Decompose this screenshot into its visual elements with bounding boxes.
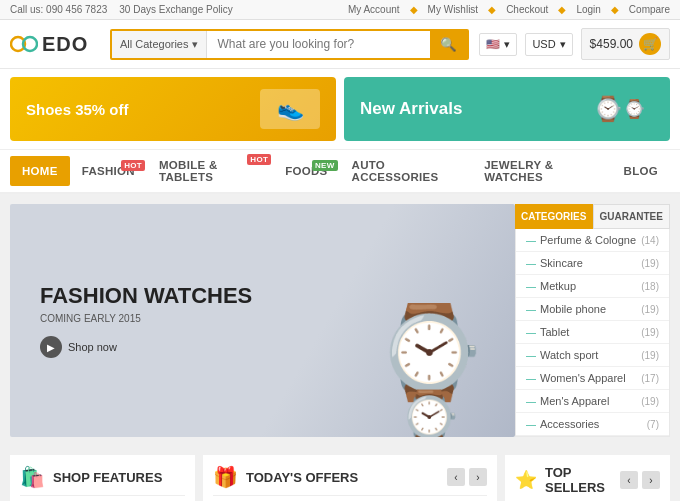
header: EDO All Categories ▾ 🔍 🇺🇸 ▾ USD ▾ $459.0…: [0, 20, 680, 69]
offers-header: 🎁 TODAY'S OFFERS ‹ ›: [213, 465, 487, 496]
new-badge: NEW: [312, 160, 338, 171]
sidebar-item-tablet[interactable]: —Tablet(19): [516, 321, 669, 344]
offers-next-button[interactable]: ›: [469, 468, 487, 486]
banner-shoes-text: Shoes 35% off: [26, 101, 129, 118]
compare-link[interactable]: Compare: [629, 4, 670, 15]
hero-shop-now-button[interactable]: ▶ Shop now: [40, 336, 117, 358]
cart-amount: $459.00: [590, 37, 633, 51]
play-icon: ▶: [40, 336, 62, 358]
star-icon: ⭐: [515, 469, 537, 491]
sellers-next-button[interactable]: ›: [642, 471, 660, 489]
offers-prev-button[interactable]: ‹: [447, 468, 465, 486]
nav-item-fashion[interactable]: FASHION HOT: [70, 156, 147, 186]
search-bar: All Categories ▾ 🔍: [110, 29, 469, 60]
tab-guarantee[interactable]: GUARANTEE: [593, 204, 671, 229]
top-bar: Call us: 090 456 7823 30 Days Exchange P…: [0, 0, 680, 20]
sidebar-item-mobile[interactable]: —Mobile phone(19): [516, 298, 669, 321]
top-bar-right: My Account ◆ My Wishlist ◆ Checkout ◆ Lo…: [348, 4, 670, 15]
search-icon: 🔍: [440, 37, 457, 52]
my-account-link[interactable]: My Account: [348, 4, 400, 15]
nav-item-blog[interactable]: BLOG: [612, 156, 670, 186]
hero-title: FASHION WATCHES: [40, 283, 252, 309]
cart-box[interactable]: $459.00 🛒: [581, 28, 670, 60]
policy-info: 30 Days Exchange Policy: [119, 4, 232, 15]
sellers-navigation: ‹ ›: [620, 471, 660, 489]
search-input[interactable]: [207, 31, 430, 58]
flag-icon: 🇺🇸: [486, 38, 500, 51]
sidebar-item-perfume[interactable]: —Perfume & Cologne(14): [516, 229, 669, 252]
chevron-down-icon: ▾: [192, 38, 198, 51]
currency-label: USD: [532, 38, 555, 50]
sellers-prev-button[interactable]: ‹: [620, 471, 638, 489]
nav-item-home[interactable]: HOME: [10, 156, 70, 186]
sidebar-tabs: CATEGORIES GUARANTEE: [515, 204, 670, 229]
chevron-down-icon: ▾: [504, 38, 510, 51]
top-sellers-title: TOP SELLERS: [545, 465, 620, 495]
flag-selector[interactable]: 🇺🇸 ▾: [479, 33, 517, 56]
my-wishlist-link[interactable]: My Wishlist: [428, 4, 479, 15]
sidebar-list: —Perfume & Cologne(14) —Skincare(19) —Me…: [515, 229, 670, 437]
navigation: HOME FASHION HOT MOBILE & TABLETS HOT FO…: [0, 149, 680, 194]
shop-features-title: SHOP FEATURES: [53, 470, 162, 485]
chevron-down-icon: ▾: [560, 38, 566, 51]
hero-banner: FASHION WATCHES COMING EARLY 2015 ▶ Shop…: [10, 204, 515, 437]
sidebar-item-accessories[interactable]: —Accessories(7): [516, 413, 669, 436]
banner-arrivals[interactable]: New Arrivals ⌚ ⌚: [344, 77, 670, 141]
shop-features: 🛍️ SHOP FEATURES UP TO 45% OFF 👗 HOT ITE…: [10, 455, 195, 501]
hero-watch-image: ⌚ ⌚: [373, 307, 485, 437]
login-link[interactable]: Login: [576, 4, 600, 15]
nav-item-mobile[interactable]: MOBILE & TABLETS HOT: [147, 150, 273, 192]
cart-icon: 🛒: [639, 33, 661, 55]
banner-shoes[interactable]: Shoes 35% off 👟: [10, 77, 336, 141]
sidebar-item-mens[interactable]: —Men's Apparel(19): [516, 390, 669, 413]
hot-badge: HOT: [247, 154, 271, 165]
offers-title: TODAY'S OFFERS: [246, 470, 358, 485]
top-sellers: ⭐ TOP SELLERS ‹ › 🧴: [505, 455, 670, 501]
bottom-section: 🛍️ SHOP FEATURES UP TO 45% OFF 👗 HOT ITE…: [0, 447, 680, 501]
sidebar-item-womens[interactable]: —Women's Apparel(17): [516, 367, 669, 390]
offers-navigation: ‹ ›: [447, 468, 487, 486]
phone-info: Call us: 090 456 7823: [10, 4, 107, 15]
checkout-link[interactable]: Checkout: [506, 4, 548, 15]
banner-arrivals-text: New Arrivals: [360, 99, 462, 119]
shop-features-header: 🛍️ SHOP FEATURES: [20, 465, 185, 496]
hero-content: FASHION WATCHES COMING EARLY 2015 ▶ Shop…: [10, 253, 282, 388]
todays-offers: 🎁 TODAY'S OFFERS ‹ › NEW SALE 👗 👗: [203, 455, 497, 501]
currency-selector[interactable]: USD ▾: [525, 33, 572, 56]
banner-arrivals-image: ⌚ ⌚: [584, 89, 654, 129]
shop-icon: 🛍️: [20, 465, 45, 489]
sellers-header: ⭐ TOP SELLERS ‹ ›: [515, 465, 660, 501]
nav-item-jewelry[interactable]: JEWELRY & WATCHES: [472, 150, 611, 192]
logo[interactable]: EDO: [10, 30, 100, 58]
banner-shoes-image: 👟: [260, 89, 320, 129]
sidebar: CATEGORIES GUARANTEE —Perfume & Cologne(…: [515, 204, 670, 437]
sidebar-item-metkup[interactable]: —Metkup(18): [516, 275, 669, 298]
search-button[interactable]: 🔍: [430, 31, 467, 58]
main-content: FASHION WATCHES COMING EARLY 2015 ▶ Shop…: [0, 194, 680, 447]
header-right: 🇺🇸 ▾ USD ▾ $459.00 🛒: [479, 28, 670, 60]
sidebar-item-watch[interactable]: —Watch sport(19): [516, 344, 669, 367]
category-dropdown[interactable]: All Categories ▾: [112, 31, 207, 58]
sidebar-item-skincare[interactable]: —Skincare(19): [516, 252, 669, 275]
tab-categories[interactable]: CATEGORIES: [515, 204, 593, 229]
top-bar-left: Call us: 090 456 7823 30 Days Exchange P…: [10, 4, 233, 15]
logo-text: EDO: [42, 33, 88, 56]
hero-subtitle: COMING EARLY 2015: [40, 313, 252, 324]
nav-item-foods[interactable]: FOODS NEW: [273, 156, 339, 186]
offers-icon: 🎁: [213, 465, 238, 489]
banners: Shoes 35% off 👟 New Arrivals ⌚ ⌚: [0, 69, 680, 149]
hot-badge: HOT: [121, 160, 145, 171]
nav-item-auto[interactable]: AUTO ACCESSORIES: [340, 150, 473, 192]
